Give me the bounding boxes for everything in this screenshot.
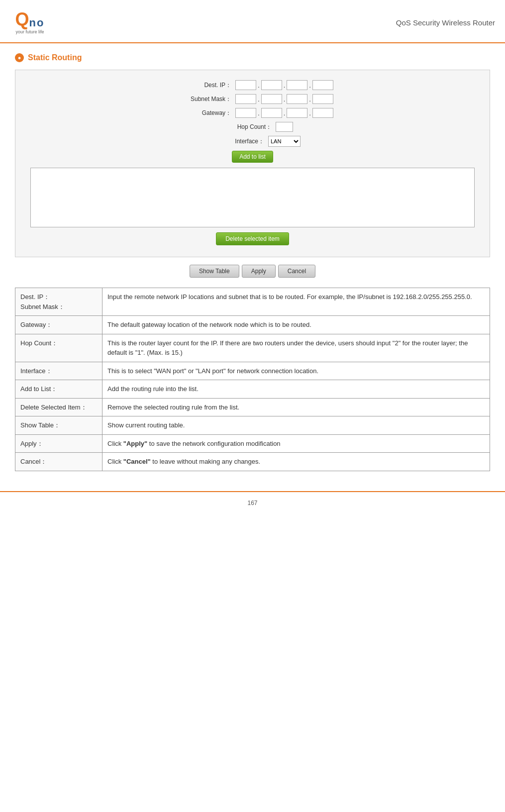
dest-ip-4[interactable] [312, 80, 333, 90]
table-term-dest: Dest. IP： Subnet Mask： [15, 288, 102, 316]
gateway-dot-3: . [309, 109, 311, 117]
table-def-show: Show current routing table. [102, 416, 490, 435]
table-def-apply: Click "Apply" to save the network config… [102, 434, 490, 453]
table-def-delete: Remove the selected routing rule from th… [102, 398, 490, 416]
subnet-mask-label: Subnet Mask： [172, 95, 231, 103]
subnet-dot-3: . [309, 96, 311, 103]
delete-selected-button[interactable]: Delete selected item [216, 232, 289, 245]
logo-tagline: your future life [15, 29, 44, 34]
table-row: Interface： This is to select "WAN port" … [15, 362, 490, 380]
delete-row: Delete selected item [25, 232, 480, 245]
page-number: 167 [247, 500, 257, 507]
gateway-inputs: . . . [235, 108, 333, 118]
section-title-row: ● Static Routing [15, 53, 490, 62]
logo-q-letter: Q [15, 10, 29, 28]
dest-ip-1[interactable] [235, 80, 256, 90]
gateway-dot-2: . [284, 109, 286, 117]
dest-ip-inputs: . . . [235, 80, 333, 90]
table-row: Hop Count： This is the router layer coun… [15, 334, 490, 362]
subnet-mask-term: Subnet Mask： [20, 303, 65, 310]
page-header: Q no your future life QoS Security Wirel… [0, 0, 505, 43]
main-content: ● Static Routing Dest. IP： . . . Subnet … [0, 43, 505, 481]
table-row: Gateway： The default gateway location of… [15, 316, 490, 334]
dest-ip-label: Dest. IP： [172, 81, 231, 90]
table-term-add: Add to List： [15, 380, 102, 399]
dest-ip-term: Dest. IP： [20, 293, 50, 301]
table-row: Cancel： Click "Cancel" to leave without … [15, 453, 490, 471]
gateway-2[interactable] [261, 108, 282, 118]
table-term-cancel: Cancel： [15, 453, 102, 471]
ip-dot-2: . [284, 82, 286, 89]
gateway-label: Gateway： [172, 109, 231, 117]
table-term-gateway: Gateway： [15, 316, 102, 334]
gateway-4[interactable] [312, 108, 333, 118]
table-term-apply: Apply： [15, 434, 102, 453]
dest-ip-2[interactable] [261, 80, 282, 90]
table-row: Dest. IP： Subnet Mask： Input the remote … [15, 288, 490, 316]
hop-count-row: Hop Count： [25, 122, 480, 132]
interface-row: Interface： LAN WAN [25, 136, 480, 147]
subnet-mask-2[interactable] [261, 94, 282, 104]
table-term-delete: Delete Selected Item： [15, 398, 102, 416]
gateway-row: Gateway： . . . [25, 108, 480, 118]
ip-dot-3: . [309, 82, 311, 89]
subnet-mask-inputs: . . . [235, 94, 333, 104]
table-def-add: Add the routing rule into the list. [102, 380, 490, 399]
hop-count-label: Hop Count： [212, 123, 272, 131]
page-title: QoS Security Wireless Router [396, 18, 495, 27]
ip-dot-1: . [258, 82, 260, 89]
page-footer: 167 [0, 491, 505, 514]
cancel-button[interactable]: Cancel [278, 265, 315, 278]
table-term-hop: Hop Count： [15, 334, 102, 362]
table-row: Show Table： Show current routing table. [15, 416, 490, 435]
show-table-button[interactable]: Show Table [190, 265, 239, 278]
table-def-interface: This is to select "WAN port" or "LAN por… [102, 362, 490, 380]
add-to-list-row: Add to list [25, 151, 480, 163]
subnet-mask-3[interactable] [287, 94, 307, 104]
subnet-dot-1: . [258, 96, 260, 103]
table-term-interface: Interface： [15, 362, 102, 380]
hop-count-input[interactable] [276, 122, 293, 132]
table-def-dest: Input the remote network IP locations an… [102, 288, 490, 316]
table-def-hop: This is the router layer count for the I… [102, 334, 490, 362]
section-icon: ● [15, 53, 24, 62]
add-to-list-button[interactable]: Add to list [232, 151, 273, 163]
logo: Q no your future life [10, 5, 55, 40]
dest-ip-row: Dest. IP： . . . [25, 80, 480, 90]
table-def-gateway: The default gateway location of the netw… [102, 316, 490, 334]
table-term-show: Show Table： [15, 416, 102, 435]
table-def-cancel: Click "Cancel" to leave without making a… [102, 453, 490, 471]
gateway-dot-1: . [258, 109, 260, 117]
section-title-text: Static Routing [28, 53, 82, 62]
logo-ono-text: no [29, 17, 45, 28]
description-table: Dest. IP： Subnet Mask： Input the remote … [15, 288, 490, 471]
subnet-mask-1[interactable] [235, 94, 256, 104]
dest-ip-3[interactable] [287, 80, 307, 90]
logo-box: Q no your future life [10, 5, 50, 40]
bottom-buttons-row: Show Table Apply Cancel [15, 265, 490, 278]
static-routing-form-panel: Dest. IP： . . . Subnet Mask： . . . [15, 70, 490, 257]
gateway-1[interactable] [235, 108, 256, 118]
gateway-3[interactable] [287, 108, 307, 118]
subnet-mask-4[interactable] [312, 94, 333, 104]
routing-list-box[interactable] [30, 168, 475, 227]
table-row: Apply： Click "Apply" to save the network… [15, 434, 490, 453]
interface-label: Interface： [204, 137, 264, 146]
subnet-mask-row: Subnet Mask： . . . [25, 94, 480, 104]
subnet-dot-2: . [284, 96, 286, 103]
table-row: Delete Selected Item： Remove the selecte… [15, 398, 490, 416]
table-row: Add to List： Add the routing rule into t… [15, 380, 490, 399]
apply-button[interactable]: Apply [242, 265, 276, 278]
interface-select[interactable]: LAN WAN [268, 136, 301, 147]
